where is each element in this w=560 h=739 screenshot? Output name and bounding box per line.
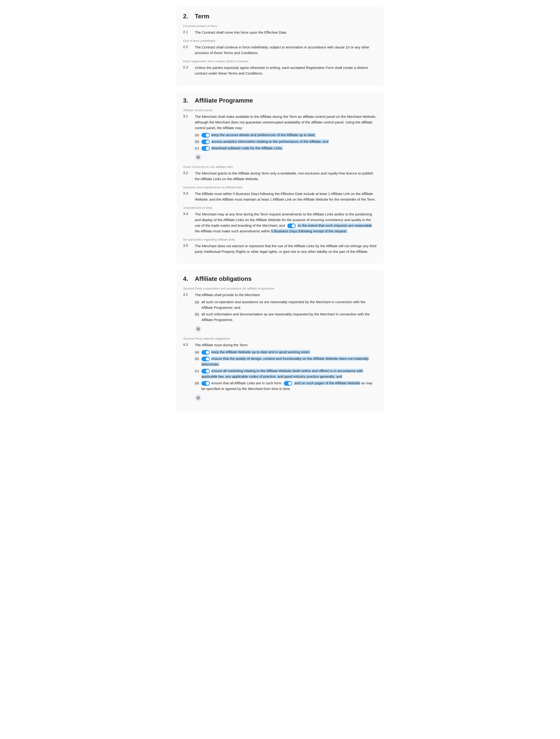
list-item: (a) keep the account details and prefere…: [195, 132, 377, 138]
clause-text: The Affiliate must within 5 Business Day…: [195, 192, 376, 201]
clause: 2.3 Unless the parties expressly agree o…: [183, 65, 377, 76]
section-header: 3. Affiliate Programme: [183, 97, 377, 104]
clause-text: Unless the parties expressly agree other…: [195, 65, 368, 75]
clause-content: The Merchant does not warrant or represe…: [195, 243, 377, 255]
item-letter: (a): [195, 299, 201, 305]
clause-number: 3.5: [183, 243, 195, 255]
list-item: (b) ensure that the quality of design, c…: [195, 356, 377, 367]
item-letter: (b): [195, 139, 201, 144]
item-content: ensure that all Affiliate Links are in s…: [201, 380, 377, 392]
clause-text: The Affiliate must during the Term:: [195, 343, 248, 347]
list-item: (b) all such information and documentati…: [195, 311, 377, 323]
list-item: (b) access analytics information relatin…: [195, 139, 377, 144]
clause: 4.1 The Affiliate shall provide to the M…: [183, 292, 377, 333]
clause-sub-label: End of term (indefinite): [183, 39, 377, 42]
clause-number: 4.1: [183, 292, 195, 333]
section-title: Affiliate Programme: [195, 97, 253, 104]
clause: 3.3 The Affiliate must within 5 Business…: [183, 191, 377, 202]
clause-content: Unless the parties expressly agree other…: [195, 65, 377, 76]
toggle-switch[interactable]: [201, 381, 210, 386]
item-content: keep the account details and preferences…: [201, 132, 377, 138]
clause-sub-label: Second Party website obligations: [183, 337, 377, 340]
clause: 2.1 The Contract shall come into force u…: [183, 30, 377, 35]
clause-content: The Contract shall continue in force ind…: [195, 44, 377, 56]
clause-number: 2.2: [183, 44, 195, 56]
clause: 4.2 The Affiliate must during the Term: …: [183, 342, 377, 402]
section-title: Term: [195, 13, 209, 20]
item-letter: (d): [195, 380, 201, 386]
clause-number: 3.3: [183, 191, 195, 202]
list-item: (c) download software code for the Affil…: [195, 145, 377, 151]
item-letter: (b): [195, 311, 201, 317]
item-content: all such co-operation and assistance as …: [201, 299, 377, 310]
list-item: (a) keep the Affiliate Website up to dat…: [195, 349, 377, 355]
clause-content: The Merchant may at any time during the …: [195, 211, 377, 234]
clause-text: The Merchant does not warrant or represe…: [195, 244, 377, 254]
add-item-button[interactable]: [195, 154, 201, 160]
item-letter: (c): [195, 368, 201, 374]
section: 3. Affiliate Programme Affiliate control…: [176, 91, 384, 264]
clause-sub-label: Each registration form creates distinct …: [183, 59, 377, 63]
item-content: all such information and documentation a…: [201, 311, 377, 323]
clause-text: The Merchant grants to the Affiliate dur…: [195, 171, 373, 181]
item-letter: (a): [195, 349, 201, 355]
clause-content: The Affiliate must within 5 Business Day…: [195, 191, 377, 202]
item-letter: (c): [195, 145, 201, 151]
clause-sub-label: Inclusion and maintenance of affiliate l…: [183, 185, 377, 189]
section-header: 4. Affiliate obligations: [183, 275, 377, 283]
list-item: (d) ensure that all Affiliate Links are …: [195, 380, 377, 392]
clause: 3.5 The Merchant does not warrant or rep…: [183, 243, 377, 255]
item-content: download software code for the Affiliate…: [201, 145, 377, 151]
clause-number: 3.4: [183, 211, 195, 234]
clause-number: 4.2: [183, 342, 195, 402]
add-item-button[interactable]: [195, 395, 201, 401]
toggle-switch[interactable]: [201, 356, 210, 361]
clause-number: 2.1: [183, 30, 195, 35]
section: 4. Affiliate obligations Second Party co…: [176, 270, 384, 411]
clause-sub-label: Affiliate control panel: [183, 109, 377, 112]
clause-items: (a) all such co-operation and assistance…: [195, 299, 377, 323]
section-number: 2.: [183, 13, 195, 20]
clause-content: The Merchant grants to the Affiliate dur…: [195, 170, 377, 182]
item-letter: (a): [195, 132, 201, 138]
item-content: keep the Affiliate Website up to date an…: [201, 349, 377, 355]
clause-sub-label: Second Party cooperation and assistance …: [183, 287, 377, 290]
clause-text: The Affiliate shall provide to the Merch…: [195, 293, 261, 297]
clause-number: 3.1: [183, 114, 195, 161]
section-number: 4.: [183, 275, 195, 283]
clause-sub-label: Grant of licence to use affiliate links: [183, 165, 377, 169]
toggle-switch[interactable]: [201, 369, 210, 374]
clause-text: The Merchant shall make available to the…: [195, 115, 376, 130]
clause: 3.4 The Merchant may at any time during …: [183, 211, 377, 234]
clause-text: The Contract shall continue in force ind…: [195, 45, 370, 55]
item-content: ensure all marketing relating to the Aff…: [201, 368, 377, 380]
add-item-button[interactable]: [195, 325, 201, 332]
clause-content: The Affiliate shall provide to the Merch…: [195, 292, 377, 333]
clause-sub-label: Amendments to links: [183, 206, 377, 209]
section: 2. Term Commencement of term 2.1 The Con…: [176, 7, 384, 86]
list-item: (a) all such co-operation and assistance…: [195, 299, 377, 310]
clause-content: The Merchant shall make available to the…: [195, 114, 377, 161]
item-content: access analytics information relating to…: [201, 139, 377, 144]
toggle-switch[interactable]: [284, 381, 292, 386]
clause-items: (a) keep the account details and prefere…: [195, 132, 377, 151]
list-item: (c) ensure all marketing relating to the…: [195, 368, 377, 380]
toggle-switch[interactable]: [201, 133, 210, 138]
clause-text: The Contract shall come into force upon …: [195, 30, 287, 34]
toggle-switch[interactable]: [287, 224, 296, 228]
item-letter: (b): [195, 356, 201, 361]
toggle-switch[interactable]: [201, 350, 210, 355]
toggle-switch[interactable]: [201, 146, 210, 151]
clause: 2.2 The Contract shall continue in force…: [183, 44, 377, 56]
clause-items: (a) keep the Affiliate Website up to dat…: [195, 349, 377, 392]
section-header: 2. Term: [183, 13, 377, 20]
item-content: ensure that the quality of design, conte…: [201, 356, 377, 367]
clause-content: The Contract shall come into force upon …: [195, 30, 377, 35]
clause: 3.1 The Merchant shall make available to…: [183, 114, 377, 161]
clause-number: 3.2: [183, 170, 195, 182]
section-number: 3.: [183, 97, 195, 104]
clause-sub-label: No warranties regarding affiliate links: [183, 238, 377, 241]
section-title: Affiliate obligations: [195, 275, 252, 283]
toggle-switch[interactable]: [201, 139, 210, 144]
clause-content: The Affiliate must during the Term: (a) …: [195, 342, 377, 402]
